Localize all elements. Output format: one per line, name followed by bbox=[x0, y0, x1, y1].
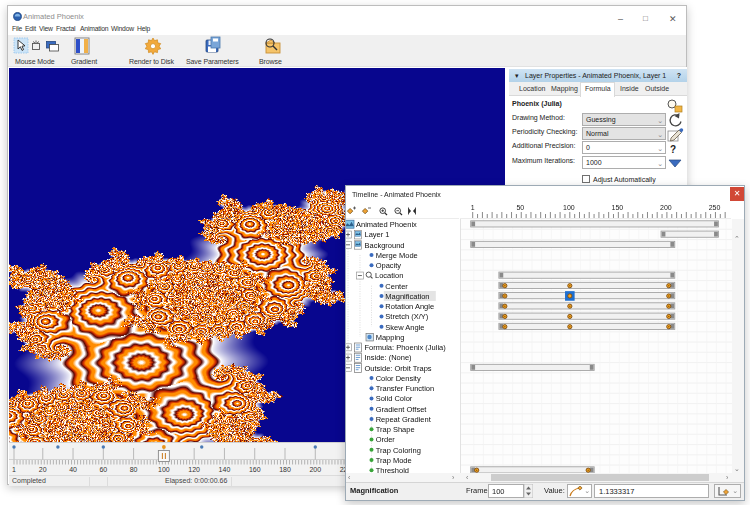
svg-text:Location: Location bbox=[375, 271, 403, 280]
svg-text:200: 200 bbox=[309, 466, 321, 473]
svg-text:Outside: Orbit Traps: Outside: Orbit Traps bbox=[365, 364, 432, 373]
svg-text:Trap Coloring: Trap Coloring bbox=[376, 446, 421, 455]
svg-text:120: 120 bbox=[188, 466, 200, 473]
svg-text:Stretch (X/Y): Stretch (X/Y) bbox=[385, 312, 428, 321]
svg-text:1: 1 bbox=[12, 466, 16, 473]
svg-text:250: 250 bbox=[709, 204, 721, 211]
svg-text:Trap Mode: Trap Mode bbox=[376, 456, 412, 465]
svg-text:?: ? bbox=[670, 144, 676, 155]
svg-text:Skew Angle: Skew Angle bbox=[385, 323, 424, 332]
svg-text:Inside: (None): Inside: (None) bbox=[365, 353, 413, 362]
svg-text:180: 180 bbox=[279, 466, 291, 473]
svg-text:100: 100 bbox=[158, 466, 170, 473]
svg-text:Formula: Phoenix (Julia): Formula: Phoenix (Julia) bbox=[365, 343, 447, 352]
svg-text:150: 150 bbox=[612, 204, 624, 211]
svg-text:200: 200 bbox=[660, 204, 672, 211]
svg-text:Background: Background bbox=[365, 241, 405, 250]
svg-text:40: 40 bbox=[69, 466, 77, 473]
svg-text:Mapping: Mapping bbox=[376, 333, 405, 342]
svg-text:Repeat Gradient: Repeat Gradient bbox=[376, 415, 432, 424]
svg-text:Trap Shape: Trap Shape bbox=[376, 425, 415, 434]
svg-text:100: 100 bbox=[563, 204, 575, 211]
svg-text:140: 140 bbox=[219, 466, 231, 473]
svg-text:50: 50 bbox=[516, 204, 524, 211]
svg-text:Merge Mode: Merge Mode bbox=[376, 251, 418, 260]
svg-text:20: 20 bbox=[39, 466, 47, 473]
svg-text:Rotation Angle: Rotation Angle bbox=[385, 302, 434, 311]
svg-text:Color Density: Color Density bbox=[376, 374, 421, 383]
svg-text:Opacity: Opacity bbox=[376, 261, 402, 270]
svg-text:Layer 1: Layer 1 bbox=[365, 230, 390, 239]
svg-text:Solid Color: Solid Color bbox=[376, 394, 413, 403]
svg-text:Gradient Offset: Gradient Offset bbox=[376, 405, 428, 414]
svg-text:Threshold: Threshold bbox=[376, 466, 409, 473]
svg-text:Animated Phoenix: Animated Phoenix bbox=[356, 220, 417, 229]
svg-text:80: 80 bbox=[130, 466, 138, 473]
svg-text:Transfer Function: Transfer Function bbox=[376, 384, 435, 393]
svg-text:Center: Center bbox=[385, 282, 408, 291]
svg-text:1: 1 bbox=[471, 204, 475, 211]
svg-text:160: 160 bbox=[249, 466, 261, 473]
svg-text:Magnification: Magnification bbox=[385, 292, 429, 301]
svg-text:Order: Order bbox=[376, 435, 396, 444]
svg-text:60: 60 bbox=[99, 466, 107, 473]
